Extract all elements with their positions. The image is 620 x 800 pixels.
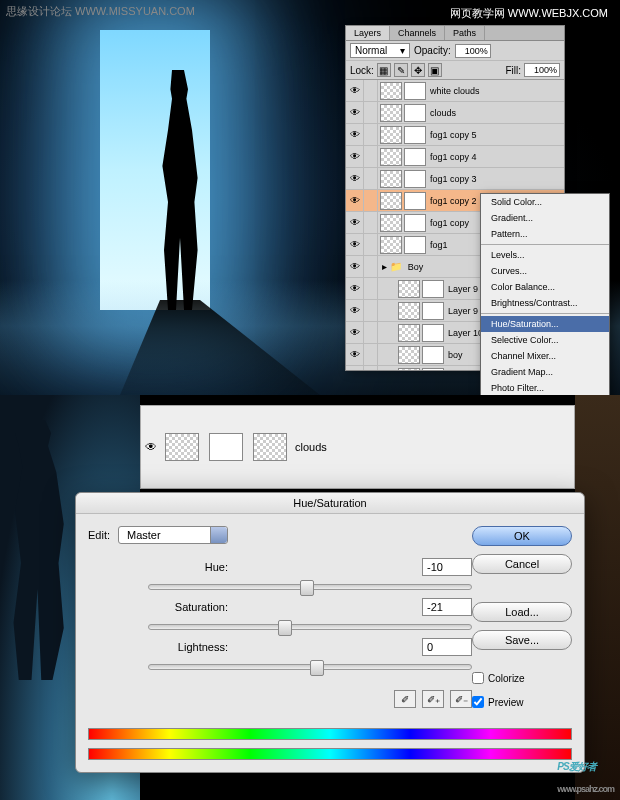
layer-name[interactable]: clouds [428, 108, 564, 118]
visibility-icon[interactable]: 👁 [346, 190, 364, 212]
mask-thumbnail[interactable] [422, 368, 444, 371]
layer-thumbnail[interactable] [380, 104, 402, 122]
lock-transparency-icon[interactable]: ▦ [377, 63, 391, 77]
hue-input[interactable]: -10 [422, 558, 472, 576]
mask-thumbnail[interactable] [404, 82, 426, 100]
menu-item[interactable]: Channel Mixer... [481, 348, 609, 364]
layer-thumbnail[interactable] [380, 214, 402, 232]
layer-name[interactable]: fog1 copy 4 [428, 152, 564, 162]
tab-layers[interactable]: Layers [346, 26, 390, 40]
visibility-icon[interactable]: 👁 [145, 440, 157, 454]
colorize-checkbox[interactable]: Colorize [472, 672, 572, 684]
edit-label: Edit: [88, 529, 110, 541]
opacity-input[interactable]: 100% [455, 44, 491, 58]
saturation-slider[interactable] [148, 624, 472, 630]
layer-thumbnail[interactable] [398, 346, 420, 364]
mask-thumbnail[interactable] [404, 192, 426, 210]
menu-item[interactable]: Solid Color... [481, 194, 609, 210]
mask-thumbnail[interactable] [404, 104, 426, 122]
eyedropper-icon[interactable]: ✐ [394, 690, 416, 708]
preview-checkbox[interactable]: Preview [472, 696, 572, 708]
eyedropper-sub-icon[interactable]: ✐₋ [450, 690, 472, 708]
layer-thumbnail[interactable] [398, 280, 420, 298]
layer-thumbnail[interactable] [380, 82, 402, 100]
menu-item[interactable]: Photo Filter... [481, 380, 609, 396]
visibility-icon[interactable]: 👁 [346, 322, 364, 344]
dialog-title: Hue/Saturation [76, 493, 584, 514]
mask-thumbnail[interactable] [422, 324, 444, 342]
mask-thumbnail[interactable] [422, 346, 444, 364]
layer-row[interactable]: 👁fog1 copy 4 [346, 146, 564, 168]
visibility-icon[interactable]: 👁 [346, 278, 364, 300]
layer-row[interactable]: 👁white clouds [346, 80, 564, 102]
layer-thumbnail[interactable] [380, 126, 402, 144]
lock-all-icon[interactable]: ▣ [428, 63, 442, 77]
visibility-icon[interactable]: 👁 [346, 234, 364, 256]
lock-pixels-icon[interactable]: ✎ [394, 63, 408, 77]
hue-slider[interactable] [148, 584, 472, 590]
save-button[interactable]: Save... [472, 630, 572, 650]
menu-item[interactable]: Selective Color... [481, 332, 609, 348]
layer-thumbnail[interactable] [380, 236, 402, 254]
mask-thumbnail[interactable] [404, 236, 426, 254]
layer-row[interactable]: 👁fog1 copy 5 [346, 124, 564, 146]
visibility-icon[interactable]: 👁 [346, 344, 364, 366]
edit-select[interactable]: Master [118, 526, 228, 544]
mask-thumbnail[interactable] [404, 214, 426, 232]
menu-item[interactable]: Pattern... [481, 226, 609, 242]
visibility-icon[interactable]: 👁 [346, 256, 364, 278]
menu-item[interactable]: Curves... [481, 263, 609, 279]
watermark-tr: 网页教学网 WWW.WEBJX.COM [444, 4, 614, 23]
menu-item[interactable]: Hue/Saturation... [481, 316, 609, 332]
visibility-icon[interactable]: 👁 [346, 300, 364, 322]
load-button[interactable]: Load... [472, 602, 572, 622]
ok-button[interactable]: OK [472, 526, 572, 546]
tab-paths[interactable]: Paths [445, 26, 485, 40]
layer-thumbnail[interactable] [398, 302, 420, 320]
menu-item[interactable]: Brightness/Contrast... [481, 295, 609, 311]
layer-row[interactable]: 👁fog1 copy 3 [346, 168, 564, 190]
lock-position-icon[interactable]: ✥ [411, 63, 425, 77]
visibility-icon[interactable]: 👁 [346, 212, 364, 234]
menu-item[interactable]: Gradient... [481, 210, 609, 226]
mask-thumbnail[interactable] [209, 433, 243, 461]
layer-thumbnail[interactable] [398, 324, 420, 342]
layer-name[interactable]: clouds [295, 441, 327, 453]
blend-mode-select[interactable]: Normal▾ [350, 43, 410, 58]
mask-thumbnail[interactable] [404, 148, 426, 166]
visibility-icon[interactable]: 👁 [346, 102, 364, 124]
layer-thumbnail[interactable] [380, 148, 402, 166]
fill-input[interactable]: 100% [524, 63, 560, 77]
cancel-button[interactable]: Cancel [472, 554, 572, 574]
mask-thumbnail[interactable] [404, 126, 426, 144]
layer-name[interactable]: white clouds [428, 86, 564, 96]
menu-item[interactable]: Gradient Map... [481, 364, 609, 380]
lightness-label: Lightness: [148, 641, 228, 653]
layer-thumbnail[interactable] [380, 192, 402, 210]
layer-row-peek: 👁 clouds [140, 405, 575, 489]
layer-thumbnail[interactable] [380, 170, 402, 188]
mask-thumbnail[interactable] [422, 302, 444, 320]
eyedropper-add-icon[interactable]: ✐₊ [422, 690, 444, 708]
visibility-icon[interactable]: 👁 [346, 146, 364, 168]
hue-spectrum-bar-shifted [88, 748, 572, 760]
menu-item[interactable]: Levels... [481, 247, 609, 263]
visibility-icon[interactable]: 👁 [346, 124, 364, 146]
layer-name[interactable]: fog1 copy 3 [428, 174, 564, 184]
visibility-icon[interactable]: 👁 [346, 168, 364, 190]
layer-thumbnail[interactable] [165, 433, 199, 461]
tab-channels[interactable]: Channels [390, 26, 445, 40]
mask-thumbnail[interactable] [422, 280, 444, 298]
layer-row[interactable]: 👁clouds [346, 102, 564, 124]
layer-thumbnail[interactable] [253, 433, 287, 461]
layer-thumbnail[interactable] [398, 368, 420, 371]
layer-name[interactable]: fog1 copy 5 [428, 130, 564, 140]
lightness-slider[interactable] [148, 664, 472, 670]
mask-thumbnail[interactable] [404, 170, 426, 188]
menu-item[interactable]: Color Balance... [481, 279, 609, 295]
hue-label: Hue: [148, 561, 228, 573]
lightness-input[interactable]: 0 [422, 638, 472, 656]
visibility-icon[interactable]: 👁 [346, 366, 364, 371]
visibility-icon[interactable]: 👁 [346, 80, 364, 102]
saturation-input[interactable]: -21 [422, 598, 472, 616]
